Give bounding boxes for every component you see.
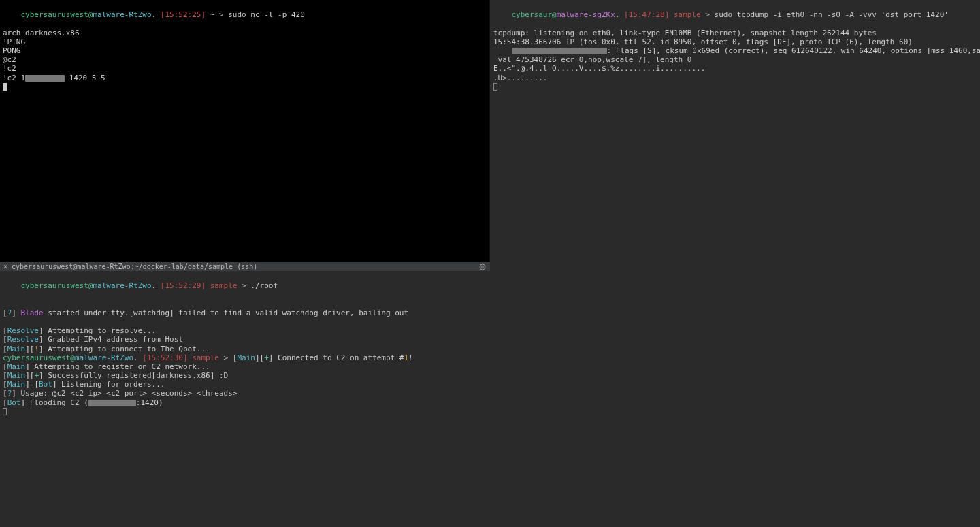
- cursor-line: [3, 82, 487, 91]
- prompt-line: cybersaur@malware-sgZKx. [15:47:28] samp…: [493, 1, 977, 29]
- terminal-right[interactable]: cybersaur@malware-sgZKx. [15:47:28] samp…: [491, 0, 980, 527]
- output-line: 15:54:38.366706 IP (tos 0x0, ttl 52, id …: [493, 37, 977, 46]
- output-line: [Main]-[Bot] Listening for orders...: [3, 380, 487, 389]
- output-line: [Resolve] Grabbed IPv4 address from Host: [3, 335, 487, 344]
- output-line: PONG: [3, 46, 487, 55]
- prompt-line: cybersauruswest@malware-RtZwo. [15:52:29…: [3, 272, 487, 300]
- command: sudo nc -l -p 420: [228, 10, 305, 19]
- output-line: .U>.........: [493, 74, 977, 82]
- prompt-line: cybersauruswest@malware-RtZwo. [15:52:25…: [3, 1, 487, 29]
- output-line: !c2 1 1420 5 5: [3, 74, 487, 82]
- output-line: tcpdump: listening on eth0, link-type EN…: [493, 29, 977, 37]
- cursor-icon: [3, 408, 7, 415]
- redacted-ip: [25, 75, 65, 82]
- cursor-line: [3, 407, 487, 416]
- cursor-line: [493, 82, 977, 91]
- close-icon[interactable]: ×: [3, 263, 7, 271]
- cursor-icon: [493, 83, 497, 91]
- output-line: [Bot] Flooding C2 (:1420): [3, 398, 487, 407]
- terminal-top-left[interactable]: cybersauruswest@malware-RtZwo. [15:52:25…: [0, 0, 490, 262]
- output-line: cybersauruswest@malware-RtZwo. [15:52:30…: [3, 353, 487, 362]
- output-line: !c2: [3, 64, 487, 73]
- cursor-icon: [3, 83, 7, 91]
- output-line: [Main][+] Successfully registered[darkne…: [3, 371, 487, 380]
- output-line: [Main][!] Attempting to connect to The Q…: [3, 345, 487, 353]
- output-line: val 475348726 ecr 0,nop,wscale 7], lengt…: [493, 55, 977, 64]
- timestamp: [15:52:25]: [161, 10, 206, 19]
- output-line: arch darkness.x86: [3, 29, 487, 37]
- output-line: [Main] Attempting to register on C2 netw…: [3, 362, 487, 371]
- output-line: [Resolve] Attempting to resolve...: [3, 326, 487, 335]
- status-text: cybersauruswest@malware-RtZwo:~/docker-l…: [12, 263, 257, 271]
- user: cybersauruswest: [21, 10, 88, 19]
- output-line: : Flags [S], cksum 0x69ed (correct), seq…: [493, 46, 977, 55]
- output-line: [?] Usage: @c2 <c2 ip> <c2 port> <second…: [3, 389, 487, 398]
- output-line: @c2: [3, 55, 487, 64]
- output-line: E..<".@.4..l-O.....V....$.%z........i...…: [493, 64, 977, 73]
- output-line: [?] Blade started under tty.[watchdog] f…: [3, 308, 487, 317]
- terminal-bottom-left[interactable]: cybersauruswest@malware-RtZwo. [15:52:29…: [0, 271, 490, 527]
- redacted-ip: [88, 400, 136, 406]
- status-bar: × cybersauruswest@malware-RtZwo:~/docker…: [0, 262, 490, 271]
- minimize-icon[interactable]: [479, 264, 486, 270]
- redacted-ip: [512, 48, 607, 54]
- output-line: !PING: [3, 37, 487, 46]
- host: malware-RtZwo: [93, 10, 151, 19]
